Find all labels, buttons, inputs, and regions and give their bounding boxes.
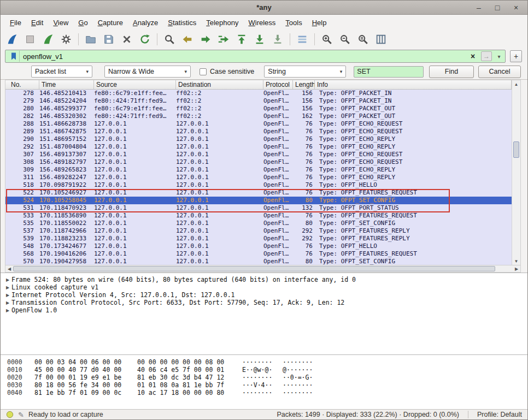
zoom-reset-button[interactable] xyxy=(355,32,371,47)
filter-dropdown-caret[interactable]: ▾ xyxy=(495,54,503,60)
menu-wireless[interactable]: Wireless xyxy=(244,17,281,28)
filter-apply-button[interactable]: → xyxy=(481,51,492,61)
column-header-protocol[interactable]: Protocol xyxy=(263,80,293,89)
reload-file-button[interactable] xyxy=(137,32,153,47)
colorize-packets-button[interactable] xyxy=(294,32,310,47)
scroll-left-arrow-icon[interactable]: ◀ xyxy=(5,265,13,272)
hex-row[interactable]: 004081 1e bb 7f 01 09 00 0c10 ac 17 18 0… xyxy=(1,389,527,397)
capture-comment-icon[interactable]: ✎ xyxy=(18,411,24,419)
close-button[interactable]: × xyxy=(510,2,522,14)
scroll-up-arrow-icon[interactable]: ▲ xyxy=(512,80,520,88)
packet-row-278[interactable]: 278146.485210413fe80::6c79:e1ff:fee…ff02… xyxy=(5,90,512,97)
maximize-button[interactable]: □ xyxy=(491,2,503,14)
go-to-top-button[interactable] xyxy=(233,32,250,47)
column-header-time[interactable]: Time xyxy=(39,80,94,89)
horizontal-scrollbar-thumb[interactable] xyxy=(13,266,495,271)
packet-row-289[interactable]: 289151.486742875127.0.0.1127.0.0.1OpenFl… xyxy=(5,128,512,135)
packet-row-524[interactable]: 524170.105258045127.0.0.1127.0.0.1OpenFl… xyxy=(5,197,512,204)
expand-arrow-icon[interactable]: ▶ xyxy=(4,277,11,282)
packet-row-280[interactable]: 280146.485299377fe80::6c79:e1ff:fee…ff02… xyxy=(5,105,512,113)
find-query-input[interactable]: SET xyxy=(354,66,424,78)
resize-columns-button[interactable] xyxy=(373,32,389,47)
zoom-out-button[interactable] xyxy=(337,32,353,47)
case-sensitive-option[interactable]: Case sensitive xyxy=(200,68,254,75)
menu-statistics[interactable]: Statistics xyxy=(163,17,201,28)
packet-row-537[interactable]: 537170.118742966127.0.0.1127.0.0.1OpenFl… xyxy=(5,227,512,235)
menu-tools[interactable]: Tools xyxy=(280,17,307,28)
menu-capture[interactable]: Capture xyxy=(93,17,128,28)
go-back-button[interactable] xyxy=(179,32,196,47)
menu-edit[interactable]: Edit xyxy=(26,17,48,28)
packet-row-522[interactable]: 522170.105246927127.0.0.1127.0.0.1OpenFl… xyxy=(5,189,512,197)
menu-go[interactable]: Go xyxy=(73,17,92,28)
expand-arrow-icon[interactable]: ▶ xyxy=(4,293,11,298)
start-capture-button[interactable] xyxy=(4,32,20,47)
packet-row-535[interactable]: 535170.118550022127.0.0.1127.0.0.1OpenFl… xyxy=(5,220,512,227)
zoom-in-button[interactable] xyxy=(319,32,335,47)
packet-row-282[interactable]: 282146.485320302fe80::424:71ff:fed9…ff02… xyxy=(5,113,512,120)
detail-row[interactable]: ▶OpenFlow 1.0 xyxy=(1,306,527,314)
filter-expression-text[interactable]: openflow_v1 xyxy=(23,52,465,61)
packet-row-279[interactable]: 279146.485224204fe80::424:71ff:fed9…ff02… xyxy=(5,97,512,105)
packet-row-548[interactable]: 548170.173424677127.0.0.1127.0.0.1OpenFl… xyxy=(5,242,512,250)
go-forward-button[interactable] xyxy=(197,32,214,47)
filter-add-button[interactable]: + xyxy=(510,50,522,62)
filter-clear-button[interactable]: × xyxy=(468,52,478,61)
column-header-source[interactable]: Source xyxy=(94,80,176,89)
menu-analyze[interactable]: Analyze xyxy=(128,17,163,28)
detail-row[interactable]: ▶Frame 524: 80 bytes on wire (640 bits),… xyxy=(1,276,527,283)
menu-telephony[interactable]: Telephony xyxy=(201,17,243,28)
menu-file[interactable]: File xyxy=(5,17,26,28)
find-button[interactable]: Find xyxy=(429,66,474,78)
cancel-button[interactable]: Cancel xyxy=(478,66,521,78)
profile-text[interactable]: Profile: Default xyxy=(468,411,522,418)
packet-row-292[interactable]: 292151.487004804127.0.0.1127.0.0.1OpenFl… xyxy=(5,143,512,151)
detail-row[interactable]: ▶Transmission Control Protocol, Src Port… xyxy=(1,299,527,306)
hex-row[interactable]: 003080 18 00 56 fe 34 00 0001 01 08 0a 8… xyxy=(1,381,527,389)
find-charset-select[interactable]: Narrow & Wide ▾ xyxy=(104,66,191,78)
scroll-down-arrow-icon[interactable]: ▼ xyxy=(512,257,520,265)
find-packet-button[interactable] xyxy=(161,32,178,47)
packet-row-539[interactable]: 539170.118823233127.0.0.1127.0.0.1OpenFl… xyxy=(5,235,512,242)
packet-row-288[interactable]: 288151.486628738127.0.0.1127.0.0.1OpenFl… xyxy=(5,120,512,128)
packet-row-307[interactable]: 307156.489137307127.0.0.1127.0.0.1OpenFl… xyxy=(5,151,512,158)
expand-arrow-icon[interactable]: ▶ xyxy=(4,308,11,313)
hex-row[interactable]: 00207f 00 00 01 19 e9 e1 be81 eb 30 dc 3… xyxy=(1,374,527,381)
expert-info-icon[interactable] xyxy=(6,411,14,418)
packet-row-308[interactable]: 308156.489182797127.0.0.1127.0.0.1OpenFl… xyxy=(5,158,512,166)
packet-row-290[interactable]: 290151.486957152127.0.0.1127.0.0.1OpenFl… xyxy=(5,135,512,143)
find-type-select[interactable]: String ▾ xyxy=(264,66,346,78)
packet-row-531[interactable]: 531170.118470923127.0.0.1127.0.0.1OpenFl… xyxy=(5,204,512,212)
expand-arrow-icon[interactable]: ▶ xyxy=(4,285,11,290)
auto-scroll-button[interactable] xyxy=(269,32,286,47)
go-to-bottom-button[interactable] xyxy=(251,32,268,47)
vertical-scrollbar[interactable]: ▲ ▼ xyxy=(512,80,520,265)
packet-row-570[interactable]: 570170.190427958127.0.0.1127.0.0.1OpenFl… xyxy=(5,258,512,265)
expand-arrow-icon[interactable]: ▶ xyxy=(4,300,11,305)
stop-capture-button[interactable] xyxy=(22,32,38,47)
horizontal-scrollbar[interactable]: ◀ ▶ xyxy=(5,265,521,273)
detail-row[interactable]: ▶Linux cooked capture v1 xyxy=(1,283,527,291)
menu-help[interactable]: Help xyxy=(307,17,332,28)
detail-row[interactable]: ▶Internet Protocol Version 4, Src: 127.0… xyxy=(1,291,527,299)
go-to-packet-button[interactable] xyxy=(215,32,232,47)
column-header-destination[interactable]: Destination xyxy=(176,80,263,89)
column-header-info[interactable]: Info xyxy=(315,80,512,89)
packet-row-533[interactable]: 533170.118536890127.0.0.1127.0.0.1OpenFl… xyxy=(5,212,512,220)
filter-bookmark-button[interactable] xyxy=(8,51,20,62)
packet-row-311[interactable]: 311156.489282247127.0.0.1127.0.0.1OpenFl… xyxy=(5,174,512,181)
menu-view[interactable]: View xyxy=(48,17,73,28)
case-sensitive-checkbox[interactable] xyxy=(200,68,207,75)
packet-row-518[interactable]: 518170.098791922127.0.0.1127.0.0.1OpenFl… xyxy=(5,181,512,189)
find-scope-select[interactable]: Packet list ▾ xyxy=(31,66,92,78)
display-filter-input[interactable]: openflow_v1 × → ▾ xyxy=(5,50,506,63)
hex-row[interactable]: 000000 00 03 04 00 06 00 0000 00 00 00 0… xyxy=(1,358,527,366)
scroll-right-arrow-icon[interactable]: ▶ xyxy=(513,265,520,272)
restart-capture-button[interactable] xyxy=(40,32,56,47)
vertical-scrollbar-thumb[interactable] xyxy=(513,141,519,158)
open-file-button[interactable] xyxy=(83,32,99,47)
capture-options-button[interactable] xyxy=(58,32,74,47)
column-header-length[interactable]: Length xyxy=(293,80,315,89)
hex-row[interactable]: 001045 00 00 40 77 d0 40 0040 06 c4 e5 7… xyxy=(1,366,527,374)
packet-row-568[interactable]: 568170.190416206127.0.0.1127.0.0.1OpenFl… xyxy=(5,250,512,258)
